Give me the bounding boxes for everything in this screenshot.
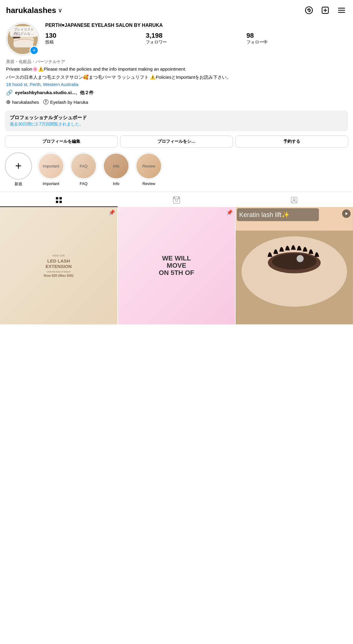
svg-rect-7: [56, 197, 58, 199]
following-count: 98: [246, 32, 254, 40]
svg-point-14: [178, 197, 179, 198]
bio-text-2: パースの日本人まつ毛エクステサロン🥰まつ毛パーマ ラッシュリフト ⚠️Polic…: [6, 74, 347, 81]
post-bg-keratin: Keratin lash lift✨: [236, 207, 353, 324]
highlight-label-new: 新規: [14, 181, 22, 187]
highlight-faq[interactable]: FAQ FAQ: [70, 152, 97, 187]
post-led-lash[interactable]: ADD-ON LED LASHEXTENSION Until the End o…: [0, 207, 117, 324]
avatar-container: プレイリスト 内にどんな… +: [6, 22, 39, 56]
header: harukalashes ∨: [0, 0, 353, 19]
post-bg-move: WE WILLMOVEON 5TH OF: [118, 207, 235, 324]
bio-category: 美容・化粧品・パーソナルケア: [6, 59, 347, 65]
highlight-label-review: Review: [142, 181, 155, 186]
share-profile-button[interactable]: プロフィールをシ…: [120, 135, 233, 148]
post-grid: ADD-ON LED LASHEXTENSION Until the End o…: [0, 207, 353, 324]
link-icon: 🔗: [6, 89, 13, 96]
header-left: harukalashes ∨: [6, 6, 62, 15]
add-post-icon[interactable]: [320, 5, 331, 16]
bio-text-1: Private salon🌸⚠️Please read the policies…: [6, 66, 347, 73]
svg-rect-10: [59, 201, 62, 203]
highlight-circle-faq: FAQ: [70, 152, 97, 180]
pin-icon: 📌: [109, 209, 115, 215]
following-label: フォロー中: [246, 40, 268, 45]
highlight-circle-important: Important: [37, 152, 65, 180]
header-icons: [304, 5, 347, 16]
threads-handle: harukalashes: [12, 100, 39, 105]
dashboard-subtitle: 過去30日間に2.7万回閲覧されました。: [10, 122, 343, 127]
svg-point-12: [175, 199, 178, 202]
followers-stat[interactable]: 3,198 フォロワー: [146, 32, 246, 45]
book-button[interactable]: 予約する: [235, 135, 348, 148]
svg-point-20: [272, 253, 317, 270]
post-price-led: Now $20 (Was $30): [44, 274, 74, 277]
bio-threads[interactable]: ⊛ harukalashes: [6, 99, 39, 105]
username[interactable]: harukalashes: [6, 6, 56, 15]
addon-label: ADD-ON: [52, 254, 65, 257]
pin-icon-2: 📌: [227, 209, 233, 215]
posts-label: 投稿: [45, 40, 54, 45]
post-move[interactable]: WE WILLMOVEON 5TH OF 📌: [118, 207, 235, 324]
highlight-circle-review: Review: [135, 152, 162, 180]
highlight-circle-info: Info: [103, 152, 130, 180]
video-play-icon: [342, 209, 351, 218]
professional-dashboard[interactable]: プロフェッショナルダッシュボード 過去30日間に2.7万回閲覧されました。: [5, 110, 348, 131]
bio-social-row: ⊛ harukalashes ⓕ Eyelash by Haruka: [6, 98, 347, 106]
svg-rect-9: [56, 201, 58, 203]
bio-url-row: 🔗 eyelashbyharuka.studio.si...、他２件: [6, 89, 347, 96]
highlight-inner-faq: FAQ: [71, 154, 96, 178]
svg-marker-25: [345, 212, 348, 215]
profile-stats: PERTH♥JAPANESE EYELASH SALON BY HARUKA 1…: [45, 22, 347, 45]
highlight-review[interactable]: Review Review: [135, 152, 162, 187]
bio-facebook[interactable]: ⓕ Eyelash by Haruka: [43, 98, 88, 106]
post-sub-led: Until the End of March: [47, 270, 71, 273]
highlight-add-new[interactable]: + 新規: [5, 152, 32, 187]
posts-stat[interactable]: 130 投稿: [45, 32, 146, 45]
followers-label: フォロワー: [146, 40, 167, 45]
profile-section: プレイリスト 内にどんな… +: [0, 19, 353, 110]
threads-icon[interactable]: [304, 5, 314, 16]
posts-count: 130: [45, 32, 56, 40]
highlight-inner-review: Review: [136, 154, 161, 178]
highlight-circle-add: +: [5, 152, 32, 180]
facebook-name: Eyelash by Haruka: [50, 100, 88, 105]
bio-address-link[interactable]: 18 hood st, Perth, Western Australia: [6, 82, 347, 87]
following-stat[interactable]: 98 フォロー中: [246, 32, 347, 45]
svg-point-16: [293, 199, 295, 201]
post-title-led: LED LASHEXTENSION: [46, 258, 72, 269]
chevron-down-icon[interactable]: ∨: [58, 7, 62, 14]
bio-url[interactable]: eyelashbyharuka.studio.si...、他２件: [15, 90, 94, 96]
tab-bar: [0, 192, 353, 207]
highlight-label-info: Info: [113, 181, 119, 186]
action-buttons: プロフィールを編集 プロフィールをシ… 予約する: [0, 135, 353, 152]
highlight-info[interactable]: Info Info: [103, 152, 130, 187]
highlight-inner-info: Info: [104, 154, 129, 178]
svg-point-21: [297, 255, 304, 262]
tab-reels[interactable]: [118, 192, 235, 207]
stats-row: 130 投稿 3,198 フォロワー 98 フォロー中: [45, 32, 347, 45]
bio-section: 美容・化粧品・パーソナルケア Private salon🌸⚠️Please re…: [6, 59, 347, 106]
plus-icon: +: [15, 160, 21, 172]
story-label: プレイリスト 内にどんな…: [10, 26, 38, 37]
followers-count: 3,198: [146, 32, 162, 40]
post-bg-led: ADD-ON LED LASHEXTENSION Until the End o…: [0, 207, 117, 324]
highlight-important[interactable]: Important Important: [37, 152, 65, 187]
svg-point-13: [174, 197, 175, 198]
dashboard-title: プロフェッショナルダッシュボード: [10, 115, 343, 121]
highlight-inner-important: Important: [39, 154, 63, 178]
edit-profile-button[interactable]: プロフィールを編集: [5, 135, 118, 148]
profile-display-name: PERTH♥JAPANESE EYELASH SALON BY HARUKA: [45, 22, 347, 29]
tab-grid[interactable]: [0, 192, 118, 207]
highlight-label-faq: FAQ: [80, 181, 87, 186]
highlight-label-important: Important: [43, 181, 59, 186]
avatar-add-story-button[interactable]: +: [30, 46, 39, 55]
post-keratin[interactable]: Keratin lash lift✨: [236, 207, 353, 324]
svg-text:Keratin lash lift✨: Keratin lash lift✨: [239, 211, 290, 219]
threads-social-icon: ⊛: [6, 99, 11, 105]
post-title-move: WE WILLMOVEON 5TH OF: [159, 255, 194, 277]
highlights-row: + 新規 Important Important FAQ FAQ Info In…: [0, 152, 353, 192]
menu-icon[interactable]: [336, 5, 347, 16]
svg-rect-8: [59, 197, 62, 199]
profile-top: プレイリスト 内にどんな… +: [6, 22, 347, 56]
facebook-icon: ⓕ: [43, 98, 49, 106]
tab-tagged[interactable]: [235, 192, 353, 207]
